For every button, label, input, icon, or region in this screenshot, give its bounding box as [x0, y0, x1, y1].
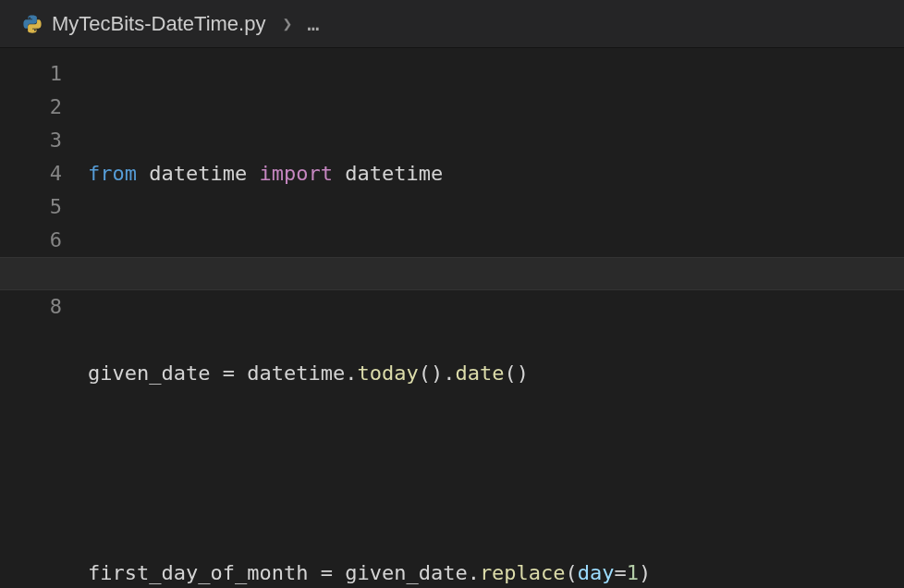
python-file-icon [22, 14, 43, 34]
code-line [88, 457, 904, 490]
line-number: 6 [50, 224, 62, 257]
breadcrumb-filename[interactable]: MyTecBits-DateTime.py [52, 12, 265, 36]
line-number: 3 [50, 124, 62, 157]
code-line: first_day_of_month = given_date.replace(… [88, 557, 904, 588]
code-line: given_date = datetime.today().date() [88, 357, 904, 390]
line-number: 8 [50, 290, 62, 324]
editor-tab-bar: MyTecBits-DateTime.py ❯ … [0, 0, 904, 48]
line-number: 4 [50, 157, 62, 190]
line-number: 1 [50, 57, 62, 91]
line-number: 5 [50, 190, 62, 224]
code-line: from datetime import datetime [88, 157, 904, 190]
code-content[interactable]: from datetime import datetime given_date… [88, 57, 904, 588]
line-number: 2 [50, 91, 62, 124]
code-editor[interactable]: 1 2 3 4 5 6 7 8 from datetime import dat… [0, 48, 904, 588]
line-number-gutter: 1 2 3 4 5 6 7 8 [0, 57, 88, 588]
breadcrumb-ellipsis[interactable]: … [307, 12, 319, 35]
chevron-right-icon: ❯ [282, 14, 292, 33]
code-line [88, 257, 904, 290]
